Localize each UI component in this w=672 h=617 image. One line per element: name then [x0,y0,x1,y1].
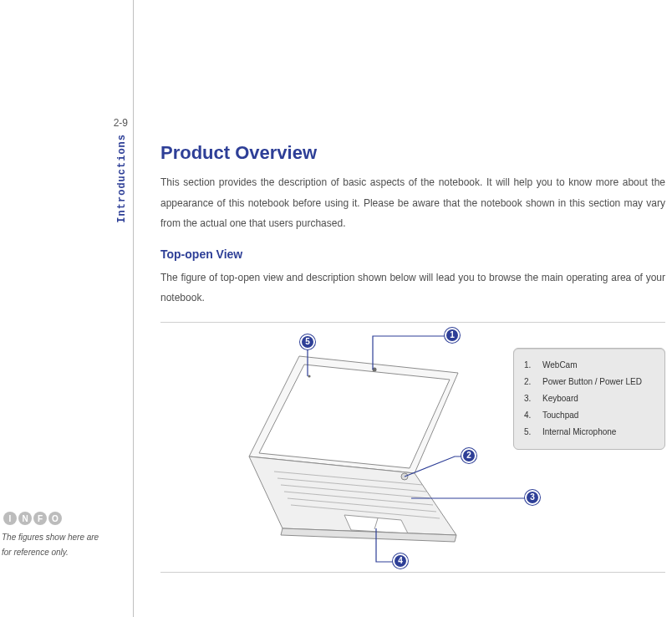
legend-num-3: 3. [524,390,542,407]
legend-label-2: Power Button / Power LED [542,374,642,390]
callout-2: 2 [461,448,476,463]
paragraph-top-open-view: The figure of top-open view and descript… [160,268,665,308]
figure-top-open-view: 1 5 2 3 4 1. WebCam 2. Power Button / Po… [160,322,665,573]
legend-label-3: Keyboard [542,390,578,407]
legend-label-1: WebCam [542,357,578,374]
legend-label-5: Internal Microphone [542,424,616,441]
info-badge-i: I [3,512,17,525]
legend-row-2: 2. Power Button / Power LED [524,374,654,390]
legend-label-4: Touchpad [542,407,578,424]
info-badge-n: N [18,512,32,525]
legend-row-5: 5. Internal Microphone [524,424,654,441]
page-number: 2-9 [114,117,128,129]
footnote-line-1: The figures show here are [2,530,132,545]
svg-point-0 [373,367,377,371]
info-badge: I N F O [3,512,62,525]
heading-product-overview: Product Overview [160,142,665,164]
section-tab: Introductions [116,134,128,223]
footnote-line-2: for reference only. [2,545,132,560]
info-badge-f: F [33,512,47,525]
paragraph-overview: This section provides the description of… [160,172,665,234]
callout-3: 3 [525,490,540,505]
svg-point-2 [401,473,408,480]
info-badge-o: O [48,512,62,525]
laptop-illustration [207,339,483,557]
legend-row-1: 1. WebCam [524,357,654,374]
callout-5: 5 [300,334,315,349]
footnote: The figures show here are for reference … [2,530,132,560]
legend-box: 1. WebCam 2. Power Button / Power LED 3.… [513,348,665,450]
legend-num-2: 2. [524,374,542,390]
legend-num-4: 4. [524,407,542,424]
legend-row-3: 3. Keyboard [524,390,654,407]
legend-num-5: 5. [524,424,542,441]
callout-1: 1 [445,328,460,343]
legend-row-4: 4. Touchpad [524,407,654,424]
heading-top-open-view: Top-open View [160,247,665,261]
callout-4: 4 [393,553,408,569]
svg-point-1 [308,375,310,377]
legend-num-1: 1. [524,357,542,374]
